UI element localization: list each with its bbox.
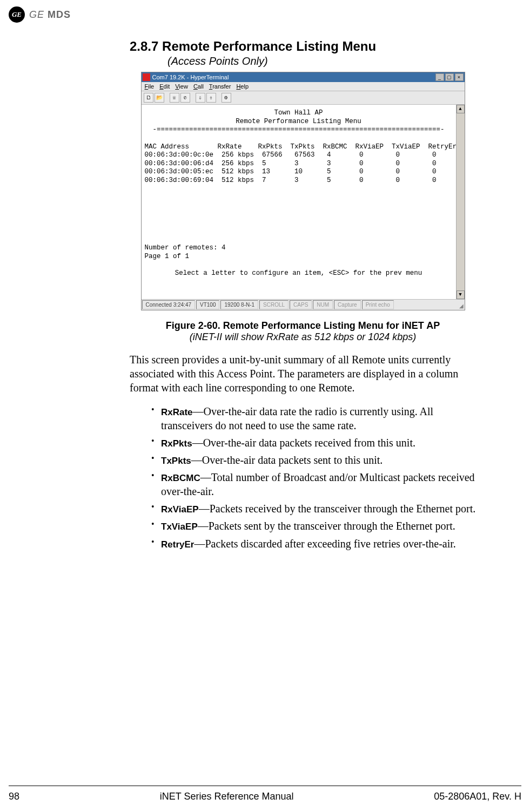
page-header: GE GE MDS <box>0 0 530 23</box>
terminal-num-remotes: Number of remotes: 4 <box>145 244 226 252</box>
status-num: NUM <box>313 300 333 309</box>
disconnect-icon[interactable]: ✆ <box>180 93 190 103</box>
table-row: 00:06:3d:00:06:d4 256 kbps 5 3 3 0 0 0 <box>145 160 437 167</box>
menu-edit[interactable]: Edit <box>159 83 170 90</box>
intro-paragraph: This screen provides a unit-by-unit summ… <box>130 353 476 395</box>
new-icon[interactable]: 🗋 <box>144 93 153 103</box>
menu-bar: File Edit View Call Transfer Help <box>142 82 465 91</box>
scroll-up-icon[interactable]: ▲ <box>457 105 465 113</box>
menu-help[interactable]: Help <box>236 83 249 90</box>
footer-doc-id: 05-2806A01, Rev. H <box>434 791 521 802</box>
param-term: TxViaEP <box>161 522 198 532</box>
status-baud: 19200 8-N-1 <box>220 300 258 309</box>
ge-logo-icon: GE <box>9 6 25 23</box>
footer-manual-title: iNET Series Reference Manual <box>160 791 294 802</box>
list-item: TxPkts—Over-the-air data packets sent to… <box>151 453 476 467</box>
param-desc: —Over-the-air data packets sent to this … <box>191 454 383 466</box>
resize-grip-icon[interactable]: ◢ <box>455 300 465 310</box>
param-desc: —Packets sent by the transceiver through… <box>198 520 455 532</box>
status-connected: Connected 3:24:47 <box>142 300 196 309</box>
terminal-scrollbar[interactable]: ▲ ▼ <box>456 105 465 299</box>
toolbar: 🗋 📂 ☏ ✆ ⇩ ⇧ ⚙ <box>142 91 465 105</box>
list-item: RetryEr—Packets discarded after exceedin… <box>151 537 476 551</box>
scroll-down-icon[interactable]: ▼ <box>457 290 465 299</box>
list-item: TxViaEP—Packets sent by the transceiver … <box>151 519 476 533</box>
footer-rule <box>9 786 521 786</box>
figure-subcaption: (iNET-II will show RxRate as 512 kbps or… <box>130 331 476 343</box>
table-row: 00:06:3d:00:69:04 512 kbps 7 3 5 0 0 0 <box>145 177 437 184</box>
brand-text: GE MDS <box>29 9 71 21</box>
parameter-list: RxRate—Over-the-air data rate the radio … <box>130 404 476 551</box>
window-title: Com7 19.2K - HyperTerminal <box>152 74 229 80</box>
terminal-columns: MAC Address RxRate RxPkts TxPkts RxBCMC … <box>145 143 456 151</box>
param-desc: —Over-the-air data rate the radio is cur… <box>161 405 433 431</box>
terminal-window: Com7 19.2K - HyperTerminal _ ▢ × File Ed… <box>141 72 465 310</box>
status-capture: Capture <box>334 300 361 309</box>
param-desc: —Over-the-air data packets received from… <box>192 437 415 449</box>
status-bar: Connected 3:24:47 VT100 19200 8-N-1 SCRO… <box>142 299 465 310</box>
table-row: 00:06:3d:00:0c:0e 256 kbps 67566 67563 4… <box>145 151 437 159</box>
page-footer: 98 iNET Series Reference Manual 05-2806A… <box>9 791 521 802</box>
list-item: RxBCMC—Total number of Broadcast and/or … <box>151 470 476 498</box>
menu-transfer[interactable]: Transfer <box>209 83 231 90</box>
param-term: RetryEr <box>161 539 194 550</box>
param-term: RxViaEP <box>161 504 199 515</box>
list-item: RxPkts—Over-the-air data packets receive… <box>151 436 476 450</box>
section-heading: 2.8.7 Remote Performance Listing Menu <box>130 39 476 54</box>
status-scroll: SCROLL <box>259 300 289 309</box>
menu-file[interactable]: File <box>145 83 155 90</box>
terminal-page-info: Page 1 of 1 <box>145 253 190 260</box>
close-button[interactable]: × <box>455 73 464 81</box>
receive-icon[interactable]: ⇧ <box>206 93 216 103</box>
terminal-divider: -=======================================… <box>145 126 453 134</box>
maximize-button[interactable]: ▢ <box>445 73 454 81</box>
param-term: RxRate <box>161 407 193 417</box>
window-titlebar[interactable]: Com7 19.2K - HyperTerminal _ ▢ × <box>142 72 465 82</box>
status-print: Print echo <box>362 300 394 309</box>
status-emulation: VT100 <box>196 300 219 309</box>
send-icon[interactable]: ⇩ <box>196 93 205 103</box>
content-area: 2.8.7 Remote Performance Listing Menu (A… <box>0 23 530 551</box>
param-term: TxPkts <box>161 456 191 466</box>
terminal-output: Town Hall APRemote Performance Listing M… <box>142 105 456 299</box>
param-desc: —Packets received by the transceiver thr… <box>199 503 476 515</box>
table-row: 00:06:3d:00:05:ec 512 kbps 13 10 5 0 0 0 <box>145 168 437 175</box>
properties-icon[interactable]: ⚙ <box>222 93 231 103</box>
footer-page-number: 98 <box>9 791 19 802</box>
list-item: RxRate—Over-the-air data rate the radio … <box>151 404 476 432</box>
param-desc: —Total number of Broadcast and/or Multic… <box>161 471 475 497</box>
list-item: RxViaEP—Packets received by the transcei… <box>151 502 476 516</box>
param-term: RxBCMC <box>161 473 200 483</box>
status-caps: CAPS <box>290 300 312 309</box>
terminal-prompt: Select a letter to configure an item, <E… <box>145 269 453 278</box>
terminal-title1: Town Hall AP <box>145 109 453 118</box>
terminal-title2: Remote Performance Listing Menu <box>145 118 453 126</box>
minimize-button[interactable]: _ <box>435 73 444 81</box>
param-term: RxPkts <box>161 438 192 449</box>
menu-call[interactable]: Call <box>193 83 204 90</box>
menu-view[interactable]: View <box>175 83 188 90</box>
param-desc: —Packets discarded after exceeding five … <box>194 538 455 550</box>
app-icon <box>143 73 150 81</box>
figure-caption: Figure 2-60. Remote Performance Listing … <box>130 320 476 331</box>
open-icon[interactable]: 📂 <box>155 93 164 103</box>
connect-icon[interactable]: ☏ <box>170 93 179 103</box>
section-subtitle: (Access Points Only) <box>167 55 476 67</box>
